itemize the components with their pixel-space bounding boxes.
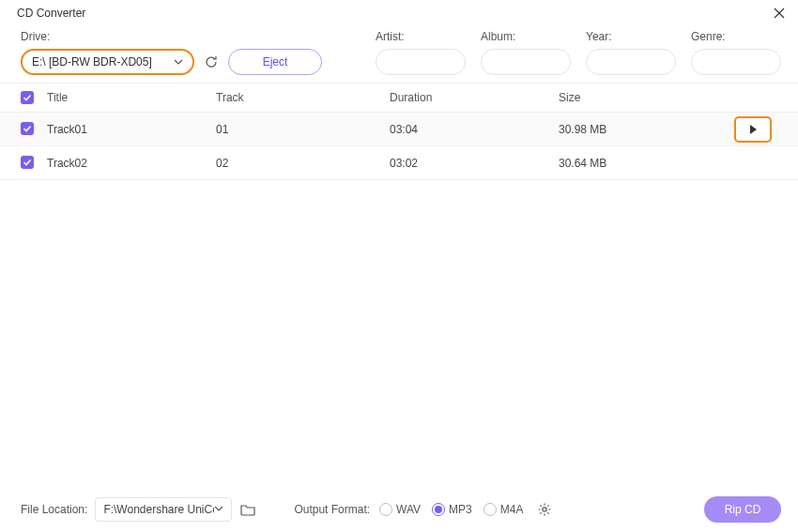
track-checkbox[interactable] bbox=[21, 122, 34, 135]
genre-input[interactable] bbox=[691, 49, 781, 75]
track-checkbox[interactable] bbox=[21, 156, 34, 169]
output-format-group: Output Format: WAVMP3M4A bbox=[294, 501, 553, 518]
genre-field: Genre: bbox=[691, 30, 781, 75]
track-duration: 03:04 bbox=[390, 123, 559, 136]
table-row[interactable]: Track010103:0430.98 MB bbox=[0, 113, 798, 146]
track-number: 01 bbox=[216, 123, 390, 136]
album-input[interactable] bbox=[481, 49, 571, 75]
check-icon bbox=[23, 124, 32, 133]
track-size: 30.64 MB bbox=[559, 157, 734, 170]
footer-bar: File Location: F:\Wondershare UniConvert… bbox=[0, 487, 798, 532]
check-icon bbox=[23, 158, 32, 167]
format-label: MP3 bbox=[449, 503, 472, 516]
col-size: Size bbox=[559, 91, 734, 104]
track-number: 02 bbox=[216, 157, 390, 170]
tracks-list: Track010103:0430.98 MBTrack020203:0230.6… bbox=[0, 113, 798, 180]
play-icon bbox=[747, 124, 759, 135]
chevron-down-icon bbox=[174, 53, 183, 70]
folder-icon bbox=[239, 501, 256, 518]
table-row[interactable]: Track020203:0230.64 MB bbox=[0, 146, 798, 180]
artist-input[interactable] bbox=[376, 49, 466, 75]
close-button[interactable] bbox=[772, 6, 787, 21]
gear-icon bbox=[537, 502, 552, 517]
format-label: M4A bbox=[500, 503, 524, 516]
artist-field: Artist: bbox=[376, 30, 466, 75]
drive-label: Drive: bbox=[21, 30, 194, 43]
track-duration: 03:02 bbox=[390, 157, 559, 170]
drive-selected-text: E:\ [BD-RW BDR-XD05] bbox=[32, 55, 152, 68]
open-folder-button[interactable] bbox=[239, 501, 256, 518]
titlebar: CD Converter bbox=[0, 0, 798, 26]
format-radio-mp3[interactable]: MP3 bbox=[432, 503, 472, 516]
close-icon bbox=[773, 7, 786, 20]
radio-icon bbox=[432, 503, 445, 516]
album-label: Album: bbox=[481, 30, 571, 43]
eject-button[interactable]: Eject bbox=[228, 49, 322, 75]
genre-label: Genre: bbox=[691, 30, 781, 43]
col-duration: Duration bbox=[390, 91, 559, 104]
play-button[interactable] bbox=[734, 116, 772, 143]
format-label: WAV bbox=[396, 503, 421, 516]
chevron-down-icon bbox=[214, 503, 223, 516]
svg-point-0 bbox=[543, 508, 546, 511]
file-location-label: File Location: bbox=[21, 503, 87, 516]
drive-field: Drive: E:\ [BD-RW BDR-XD05] bbox=[21, 30, 194, 75]
drive-select[interactable]: E:\ [BD-RW BDR-XD05] bbox=[21, 49, 194, 75]
format-radio-wav[interactable]: WAV bbox=[379, 503, 421, 516]
window-title: CD Converter bbox=[17, 7, 85, 20]
artist-label: Artist: bbox=[376, 30, 466, 43]
table-header: Title Track Duration Size bbox=[0, 83, 798, 113]
select-all-checkbox[interactable] bbox=[21, 91, 34, 104]
refresh-button[interactable] bbox=[202, 53, 221, 71]
radio-icon bbox=[379, 503, 392, 516]
format-settings-button[interactable] bbox=[536, 501, 553, 518]
col-track: Track bbox=[216, 91, 390, 104]
year-field: Year: bbox=[586, 30, 676, 75]
output-format-label: Output Format: bbox=[294, 503, 370, 516]
file-location-text: F:\Wondershare UniConverter bbox=[103, 503, 214, 516]
track-size: 30.98 MB bbox=[559, 123, 734, 136]
format-radio-m4a[interactable]: M4A bbox=[483, 503, 524, 516]
album-field: Album: bbox=[481, 30, 571, 75]
check-icon bbox=[23, 93, 32, 102]
col-title: Title bbox=[47, 91, 216, 104]
metadata-fields: Artist: Album: Year: Genre: bbox=[376, 30, 781, 75]
year-input[interactable] bbox=[586, 49, 676, 75]
track-title: Track02 bbox=[47, 157, 216, 170]
top-controls: Drive: E:\ [BD-RW BDR-XD05] Eject Artist… bbox=[0, 26, 798, 83]
refresh-icon bbox=[204, 54, 219, 69]
track-title: Track01 bbox=[47, 123, 216, 136]
radio-icon bbox=[483, 503, 497, 516]
year-label: Year: bbox=[586, 30, 676, 43]
rip-cd-button[interactable]: Rip CD bbox=[704, 496, 781, 523]
file-location-select[interactable]: F:\Wondershare UniConverter bbox=[95, 497, 232, 522]
